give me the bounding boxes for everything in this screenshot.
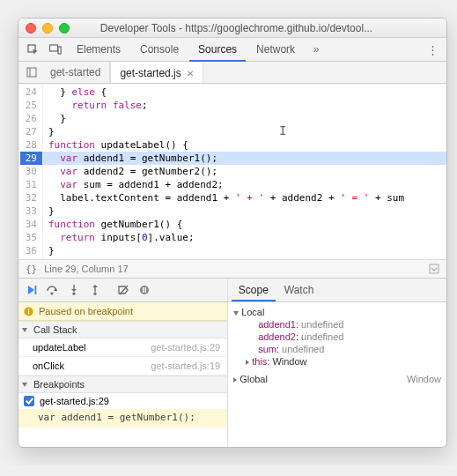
show-more-icon[interactable]	[429, 264, 439, 274]
svg-rect-15	[145, 287, 146, 293]
svg-rect-18	[28, 309, 29, 309]
breakpoint-row[interactable]: get-started.js:29	[18, 393, 227, 409]
svg-point-9	[72, 293, 75, 295]
file-tab-label: get-started.js	[120, 67, 181, 79]
disclosure-triangle-icon	[246, 360, 249, 365]
disclosure-triangle-icon	[233, 377, 237, 383]
callstack-frame[interactable]: updateLabel get-started.js:29	[18, 338, 227, 357]
callstack-frame[interactable]: onClick get-started.js:19	[18, 357, 227, 376]
breakpoint-checkbox[interactable]	[24, 396, 34, 406]
editor-status-bar: {} Line 29, Column 17	[18, 259, 446, 279]
close-window-icon[interactable]	[26, 23, 36, 33]
frame-loc: get-started.js:19	[151, 361, 220, 371]
file-tab-row: get-started get-started.js ✕	[18, 62, 446, 84]
scope-var[interactable]: sum: undefined	[233, 343, 441, 355]
svg-point-11	[93, 293, 96, 295]
step-out-icon[interactable]	[85, 281, 105, 299]
tab-watch[interactable]: Watch	[277, 279, 321, 301]
devtools-window: Developer Tools - https://googlechrome.g…	[18, 18, 447, 448]
disclosure-triangle-icon	[22, 383, 27, 387]
line-gutter: 24252627282930313233343536	[18, 84, 43, 259]
svg-rect-3	[27, 68, 36, 77]
debug-toolbar-row: Scope Watch	[18, 279, 446, 302]
cursor-position: Line 29, Column 17	[44, 264, 128, 274]
deactivate-breakpoints-icon[interactable]	[114, 281, 133, 299]
debug-lower-panes: Paused on breakpoint Call Stack updateLa…	[18, 302, 446, 447]
tab-network[interactable]: Network	[247, 38, 304, 62]
frame-loc: get-started.js:29	[151, 342, 220, 353]
frame-fn: updateLabel	[33, 342, 86, 353]
breakpoint-code: var addend1 = getNumber1();	[18, 409, 227, 428]
more-tabs-icon[interactable]: »	[306, 40, 327, 59]
svg-point-7	[50, 292, 53, 294]
breakpoints-header[interactable]: Breakpoints	[18, 376, 227, 393]
scope-var[interactable]: addend2: undefined	[233, 331, 441, 343]
window-title: Developer Tools - https://googlechrome.g…	[76, 22, 439, 34]
info-icon	[24, 307, 33, 316]
tab-console[interactable]: Console	[131, 38, 188, 62]
file-tab-get-started[interactable]: get-started	[41, 62, 110, 83]
svg-rect-2	[58, 47, 61, 54]
navigator-toggle-icon[interactable]	[22, 62, 41, 83]
code-area[interactable]: } else { return false; }}function update…	[43, 84, 446, 259]
tab-elements[interactable]: Elements	[68, 38, 129, 62]
paused-banner: Paused on breakpoint	[18, 302, 227, 321]
text-cursor-icon: 𝙸	[279, 124, 286, 138]
titlebar: Developer Tools - https://googlechrome.g…	[18, 19, 446, 38]
scope-this[interactable]: this: Window	[233, 355, 441, 368]
maximize-window-icon[interactable]	[59, 23, 70, 33]
device-mode-icon[interactable]	[45, 40, 66, 59]
braces-icon[interactable]: {}	[26, 264, 37, 275]
tab-sources[interactable]: Sources	[189, 38, 246, 62]
svg-point-13	[140, 286, 149, 294]
frame-fn: onClick	[33, 361, 64, 371]
svg-rect-5	[430, 264, 439, 273]
disclosure-triangle-icon	[22, 328, 27, 332]
step-into-icon[interactable]	[64, 281, 84, 299]
svg-rect-14	[143, 287, 144, 293]
panel-toolbar: Elements Console Sources Network » ⋮	[18, 38, 446, 62]
close-tab-icon[interactable]: ✕	[187, 69, 194, 78]
debug-controls	[18, 279, 228, 301]
file-tab-get-started-js[interactable]: get-started.js ✕	[110, 62, 203, 83]
callstack-header[interactable]: Call Stack	[18, 321, 227, 338]
scope-pane: Local addend1: undefined addend2: undefi…	[228, 302, 446, 447]
pause-exceptions-icon[interactable]	[135, 281, 154, 299]
svg-rect-6	[35, 286, 37, 294]
resume-icon[interactable]	[22, 281, 41, 299]
kebab-menu-icon[interactable]: ⋮	[422, 40, 443, 59]
debug-left-pane: Paused on breakpoint Call Stack updateLa…	[18, 302, 228, 447]
scope-local[interactable]: Local	[233, 306, 441, 318]
minimize-window-icon[interactable]	[42, 23, 53, 33]
code-editor[interactable]: 24252627282930313233343536 } else { retu…	[18, 84, 446, 259]
svg-rect-1	[50, 45, 58, 51]
step-over-icon[interactable]	[43, 281, 63, 299]
disclosure-triangle-icon	[233, 311, 239, 316]
scope-tabs: Scope Watch	[228, 279, 446, 301]
scope-global[interactable]: Global Window	[233, 373, 441, 385]
inspect-element-icon[interactable]	[22, 40, 43, 59]
svg-rect-17	[28, 310, 29, 314]
breakpoint-label: get-started.js:29	[40, 396, 109, 406]
tab-scope[interactable]: Scope	[232, 279, 276, 301]
file-tab-label: get-started	[50, 66, 100, 78]
paused-text: Paused on breakpoint	[39, 306, 133, 316]
scope-var[interactable]: addend1: undefined	[233, 318, 441, 331]
